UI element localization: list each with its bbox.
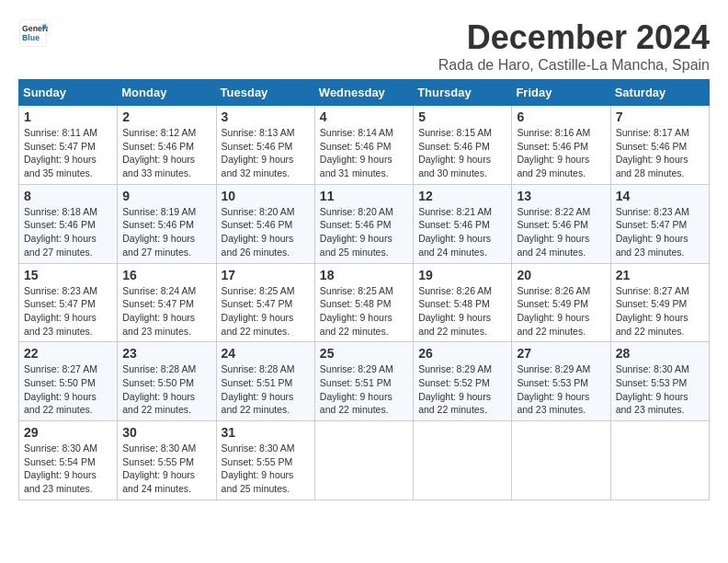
- table-row: [314, 421, 413, 500]
- logo: General Blue: [18, 18, 48, 48]
- col-friday: Friday: [512, 80, 610, 106]
- day-number: 21: [616, 268, 704, 282]
- cell-info: Sunrise: 8:18 AM Sunset: 5:46 PM Dayligh…: [24, 205, 112, 259]
- day-number: 3: [222, 109, 310, 124]
- day-number: 16: [122, 268, 210, 282]
- day-number: 31: [222, 425, 310, 440]
- table-row: 28Sunrise: 8:30 AM Sunset: 5:53 PM Dayli…: [610, 342, 709, 421]
- cell-info: Sunrise: 8:21 AM Sunset: 5:46 PM Dayligh…: [418, 205, 506, 259]
- col-sunday: Sunday: [19, 80, 118, 106]
- table-row: 14Sunrise: 8:23 AM Sunset: 5:47 PM Dayli…: [610, 184, 709, 263]
- day-number: 10: [222, 189, 310, 203]
- table-row: 27Sunrise: 8:29 AM Sunset: 5:53 PM Dayli…: [512, 342, 610, 421]
- table-row: 11Sunrise: 8:20 AM Sunset: 5:46 PM Dayli…: [314, 184, 413, 263]
- calendar-table: Sunday Monday Tuesday Wednesday Thursday…: [18, 79, 710, 500]
- cell-info: Sunrise: 8:30 AM Sunset: 5:54 PM Dayligh…: [24, 442, 112, 496]
- table-row: 24Sunrise: 8:28 AM Sunset: 5:51 PM Dayli…: [216, 342, 314, 421]
- table-row: 2Sunrise: 8:12 AM Sunset: 5:46 PM Daylig…: [118, 106, 216, 185]
- col-monday: Monday: [118, 80, 216, 106]
- table-row: 16Sunrise: 8:24 AM Sunset: 5:47 PM Dayli…: [118, 263, 216, 342]
- calendar-week-row: 1Sunrise: 8:11 AM Sunset: 5:47 PM Daylig…: [19, 106, 710, 185]
- table-row: 1Sunrise: 8:11 AM Sunset: 5:47 PM Daylig…: [19, 106, 118, 185]
- calendar-week-row: 15Sunrise: 8:23 AM Sunset: 5:47 PM Dayli…: [19, 263, 710, 342]
- month-title: December 2024: [438, 18, 710, 57]
- table-row: 30Sunrise: 8:30 AM Sunset: 5:55 PM Dayli…: [118, 421, 216, 500]
- table-row: 5Sunrise: 8:15 AM Sunset: 5:46 PM Daylig…: [414, 106, 512, 185]
- day-number: 22: [24, 346, 112, 361]
- header-row: Sunday Monday Tuesday Wednesday Thursday…: [19, 80, 710, 106]
- day-number: 23: [122, 346, 210, 361]
- table-row: 25Sunrise: 8:29 AM Sunset: 5:51 PM Dayli…: [314, 342, 413, 421]
- day-number: 25: [320, 346, 408, 361]
- day-number: 20: [517, 268, 605, 282]
- cell-info: Sunrise: 8:26 AM Sunset: 5:48 PM Dayligh…: [418, 284, 506, 339]
- cell-info: Sunrise: 8:30 AM Sunset: 5:53 PM Dayligh…: [616, 362, 704, 417]
- table-row: 6Sunrise: 8:16 AM Sunset: 5:46 PM Daylig…: [512, 106, 610, 185]
- day-number: 9: [122, 189, 210, 203]
- day-number: 1: [24, 109, 112, 124]
- cell-info: Sunrise: 8:12 AM Sunset: 5:46 PM Dayligh…: [122, 126, 210, 180]
- cell-info: Sunrise: 8:23 AM Sunset: 5:47 PM Dayligh…: [24, 284, 112, 339]
- day-number: 24: [222, 346, 310, 361]
- cell-info: Sunrise: 8:28 AM Sunset: 5:50 PM Dayligh…: [122, 362, 210, 417]
- day-number: 26: [418, 346, 506, 361]
- day-number: 29: [24, 425, 112, 440]
- table-row: [610, 421, 709, 500]
- page-container: General Blue December 2024 Rada de Haro,…: [18, 18, 710, 500]
- table-row: 8Sunrise: 8:18 AM Sunset: 5:46 PM Daylig…: [19, 184, 118, 263]
- table-row: 15Sunrise: 8:23 AM Sunset: 5:47 PM Dayli…: [19, 263, 118, 342]
- cell-info: Sunrise: 8:20 AM Sunset: 5:46 PM Dayligh…: [320, 205, 408, 259]
- col-tuesday: Tuesday: [216, 80, 314, 106]
- cell-info: Sunrise: 8:24 AM Sunset: 5:47 PM Dayligh…: [122, 284, 210, 339]
- calendar-week-row: 22Sunrise: 8:27 AM Sunset: 5:50 PM Dayli…: [19, 342, 710, 421]
- table-row: 26Sunrise: 8:29 AM Sunset: 5:52 PM Dayli…: [414, 342, 512, 421]
- cell-info: Sunrise: 8:29 AM Sunset: 5:51 PM Dayligh…: [320, 362, 408, 417]
- svg-text:Blue: Blue: [22, 33, 40, 42]
- day-number: 7: [616, 109, 704, 124]
- table-row: 21Sunrise: 8:27 AM Sunset: 5:49 PM Dayli…: [610, 263, 709, 342]
- day-number: 13: [517, 189, 605, 203]
- day-number: 18: [320, 268, 408, 282]
- col-saturday: Saturday: [610, 80, 709, 106]
- cell-info: Sunrise: 8:14 AM Sunset: 5:46 PM Dayligh…: [320, 126, 408, 180]
- day-number: 11: [320, 189, 408, 203]
- table-row: 20Sunrise: 8:26 AM Sunset: 5:49 PM Dayli…: [512, 263, 610, 342]
- cell-info: Sunrise: 8:15 AM Sunset: 5:46 PM Dayligh…: [418, 126, 506, 180]
- col-wednesday: Wednesday: [314, 80, 413, 106]
- table-row: 7Sunrise: 8:17 AM Sunset: 5:46 PM Daylig…: [610, 106, 709, 185]
- day-number: 30: [122, 425, 210, 440]
- table-row: 3Sunrise: 8:13 AM Sunset: 5:46 PM Daylig…: [216, 106, 314, 185]
- table-row: [414, 421, 512, 500]
- table-row: 31Sunrise: 8:30 AM Sunset: 5:55 PM Dayli…: [216, 421, 314, 500]
- cell-info: Sunrise: 8:27 AM Sunset: 5:49 PM Dayligh…: [616, 284, 704, 339]
- col-thursday: Thursday: [414, 80, 512, 106]
- day-number: 17: [222, 268, 310, 282]
- day-number: 2: [122, 109, 210, 124]
- cell-info: Sunrise: 8:29 AM Sunset: 5:53 PM Dayligh…: [517, 362, 605, 417]
- table-row: 9Sunrise: 8:19 AM Sunset: 5:46 PM Daylig…: [118, 184, 216, 263]
- day-number: 6: [517, 109, 605, 124]
- logo-icon: General Blue: [18, 18, 48, 48]
- header: General Blue December 2024 Rada de Haro,…: [18, 18, 710, 74]
- table-row: 10Sunrise: 8:20 AM Sunset: 5:46 PM Dayli…: [216, 184, 314, 263]
- table-row: 17Sunrise: 8:25 AM Sunset: 5:47 PM Dayli…: [216, 263, 314, 342]
- table-row: 22Sunrise: 8:27 AM Sunset: 5:50 PM Dayli…: [19, 342, 118, 421]
- table-row: 18Sunrise: 8:25 AM Sunset: 5:48 PM Dayli…: [314, 263, 413, 342]
- day-number: 5: [418, 109, 506, 124]
- table-row: [512, 421, 610, 500]
- day-number: 12: [418, 189, 506, 203]
- table-row: 12Sunrise: 8:21 AM Sunset: 5:46 PM Dayli…: [414, 184, 512, 263]
- cell-info: Sunrise: 8:30 AM Sunset: 5:55 PM Dayligh…: [122, 442, 210, 496]
- cell-info: Sunrise: 8:23 AM Sunset: 5:47 PM Dayligh…: [616, 205, 704, 259]
- cell-info: Sunrise: 8:30 AM Sunset: 5:55 PM Dayligh…: [222, 442, 310, 496]
- day-number: 4: [320, 109, 408, 124]
- day-number: 15: [24, 268, 112, 282]
- cell-info: Sunrise: 8:26 AM Sunset: 5:49 PM Dayligh…: [517, 284, 605, 339]
- cell-info: Sunrise: 8:25 AM Sunset: 5:48 PM Dayligh…: [320, 284, 408, 339]
- table-row: 4Sunrise: 8:14 AM Sunset: 5:46 PM Daylig…: [314, 106, 413, 185]
- calendar-week-row: 29Sunrise: 8:30 AM Sunset: 5:54 PM Dayli…: [19, 421, 710, 500]
- day-number: 27: [517, 346, 605, 361]
- cell-info: Sunrise: 8:22 AM Sunset: 5:46 PM Dayligh…: [517, 205, 605, 259]
- day-number: 28: [616, 346, 704, 361]
- table-row: 23Sunrise: 8:28 AM Sunset: 5:50 PM Dayli…: [118, 342, 216, 421]
